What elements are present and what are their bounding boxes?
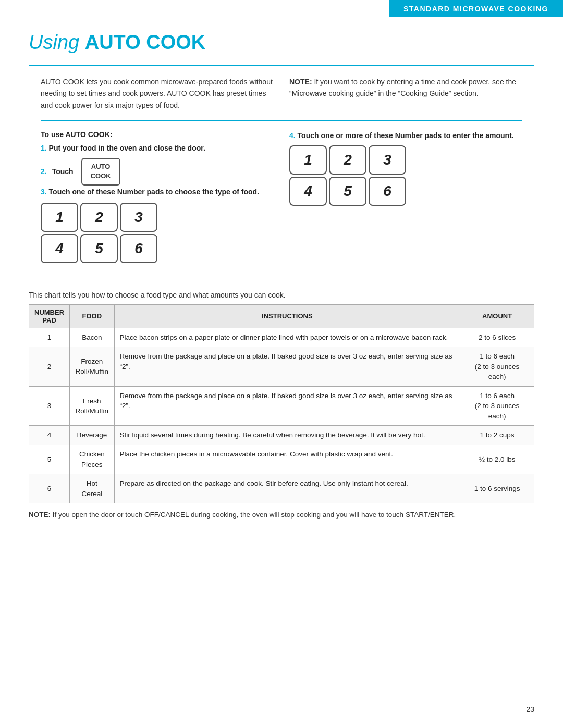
step-4-number: 4.	[289, 131, 296, 140]
data-table: NUMBERPAD FOOD INSTRUCTIONS AMOUNT 1Baco…	[29, 304, 534, 504]
number-pads-left: 1 2 3 4 5 6	[41, 203, 274, 263]
cell-food: Fresh Roll/Muffin	[70, 386, 114, 426]
intro-box: AUTO COOK lets you cook common microwave…	[29, 65, 534, 281]
step-2-text: Touch	[52, 166, 74, 177]
num-pad-left-1: 1	[41, 203, 78, 232]
intro-note-text: If you want to cook by entering a time a…	[289, 78, 516, 97]
step-2: 2. Touch AUTO COOK	[41, 158, 274, 185]
cell-amount: 1 to 6 servings	[460, 474, 534, 503]
intro-divider	[41, 120, 522, 121]
col-header-instructions: INSTRUCTIONS	[114, 304, 460, 328]
cell-amount: ½ to 2.0 lbs	[460, 445, 534, 474]
intro-right-text: NOTE: If you want to cook by entering a …	[289, 76, 522, 111]
auto-cook-line1: AUTO	[91, 162, 111, 171]
col-header-number: NUMBERPAD	[29, 304, 70, 328]
num-pad-right-1: 1	[289, 145, 327, 175]
step-3-number: 3.	[41, 188, 47, 196]
bottom-note: NOTE: If you open the door or touch OFF/…	[29, 510, 534, 520]
cell-instructions: Remove from the package and place on a p…	[114, 347, 460, 387]
cell-number: 1	[29, 328, 70, 347]
step-1: 1. Put your food in the oven and close t…	[41, 143, 274, 154]
intro-left-text: AUTO COOK lets you cook common microwave…	[41, 76, 274, 111]
step-4: 4. Touch one or more of these Number pad…	[289, 130, 522, 206]
steps-area: To use AUTO COOK: 1. Put your food in th…	[41, 130, 522, 269]
steps-right: 4. Touch one or more of these Number pad…	[289, 130, 522, 269]
num-pad-left-5: 5	[80, 234, 118, 263]
cell-instructions: Prepare as directed on the package and c…	[114, 474, 460, 503]
step-4-text: Touch one or more of these Number pads t…	[298, 131, 514, 140]
header-title: STANDARD MICROWAVE COOKING	[403, 5, 548, 13]
num-pad-right-4: 4	[289, 177, 327, 206]
cell-number: 5	[29, 445, 70, 474]
num-pad-left-6: 6	[120, 234, 157, 263]
cell-instructions: Remove from the package and place on a p…	[114, 386, 460, 426]
step-1-number: 1.	[41, 144, 47, 152]
cell-food: Chicken Pieces	[70, 445, 114, 474]
table-row: 5Chicken PiecesPlace the chicken pieces …	[29, 445, 534, 474]
auto-cook-line2: COOK	[91, 171, 111, 181]
table-row: 3Fresh Roll/MuffinRemove from the packag…	[29, 386, 534, 426]
title-auto-cook: AUTO COOK	[85, 31, 206, 53]
table-row: 2Frozen Roll/MuffinRemove from the packa…	[29, 347, 534, 387]
intro-note-label: NOTE:	[289, 78, 312, 86]
cell-instructions: Place the chicken pieces in a microwavab…	[114, 445, 460, 474]
table-row: 4BeverageStir liquid several times durin…	[29, 426, 534, 445]
cell-number: 6	[29, 474, 70, 503]
to-use-heading: To use AUTO COOK:	[41, 130, 274, 139]
bottom-note-label: NOTE:	[29, 511, 51, 519]
number-pads-right: 1 2 3 4 5 6	[289, 145, 522, 206]
header-bar: STANDARD MICROWAVE COOKING	[389, 0, 563, 17]
step-2-number: 2.	[41, 166, 47, 177]
cell-amount: 1 to 6 each (2 to 3 ounces each)	[460, 386, 534, 426]
num-pad-left-4: 4	[41, 234, 78, 263]
step-3: 3. Touch one of these Number pads to cho…	[41, 187, 274, 263]
cell-number: 3	[29, 386, 70, 426]
cell-amount: 1 to 2 cups	[460, 426, 534, 445]
cell-food: Hot Cereal	[70, 474, 114, 503]
step-3-text: Touch one of these Number pads to choose…	[49, 188, 259, 196]
title-using: Using	[29, 31, 79, 53]
num-pad-right-6: 6	[369, 177, 406, 206]
steps-left: To use AUTO COOK: 1. Put your food in th…	[41, 130, 274, 269]
cell-number: 4	[29, 426, 70, 445]
page-number: 23	[526, 705, 534, 713]
table-header-row: NUMBERPAD FOOD INSTRUCTIONS AMOUNT	[29, 304, 534, 328]
cell-instructions: Place bacon strips on a paper plate or d…	[114, 328, 460, 347]
num-pad-left-2: 2	[80, 203, 118, 232]
num-pad-right-2: 2	[329, 145, 366, 175]
cell-amount: 1 to 6 each (2 to 3 ounces each)	[460, 347, 534, 387]
auto-cook-button: AUTO COOK	[81, 158, 120, 185]
step-1-text: Put your food in the oven and close the …	[49, 144, 205, 152]
col-header-food: FOOD	[70, 304, 114, 328]
main-content: Using AUTO COOK AUTO COOK lets you cook …	[0, 0, 563, 549]
num-pad-left-3: 3	[120, 203, 157, 232]
chart-intro: This chart tells you how to choose a foo…	[29, 291, 534, 299]
bottom-note-text: If you open the door or touch OFF/CANCEL…	[51, 511, 456, 519]
cell-amount: 2 to 6 slices	[460, 328, 534, 347]
num-pad-right-3: 3	[369, 145, 406, 175]
cell-food: Frozen Roll/Muffin	[70, 347, 114, 387]
num-pad-right-5: 5	[329, 177, 366, 206]
intro-top: AUTO COOK lets you cook common microwave…	[41, 76, 522, 111]
col-header-amount: AMOUNT	[460, 304, 534, 328]
cell-food: Beverage	[70, 426, 114, 445]
cell-number: 2	[29, 347, 70, 387]
cell-instructions: Stir liquid several times during heating…	[114, 426, 460, 445]
table-row: 1BaconPlace bacon strips on a paper plat…	[29, 328, 534, 347]
cell-food: Bacon	[70, 328, 114, 347]
table-row: 6Hot CerealPrepare as directed on the pa…	[29, 474, 534, 503]
page-title: Using AUTO COOK	[29, 31, 534, 54]
